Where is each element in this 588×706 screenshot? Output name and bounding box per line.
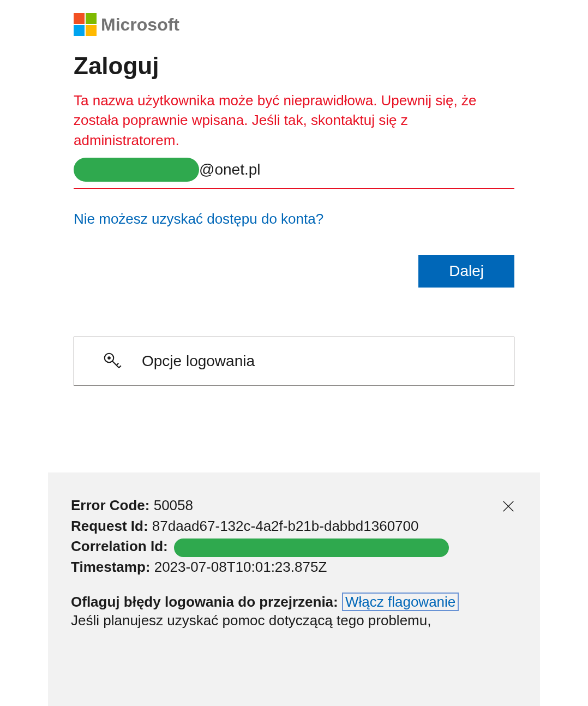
error-code-value: 50058 [154,497,193,513]
microsoft-logo-text: Microsoft [101,15,179,35]
flag-label: Oflaguj błędy logowania do przejrzenia: [71,594,338,610]
redacted-username [74,158,199,182]
redacted-correlation-id [174,539,449,557]
username-input[interactable]: @onet.pl [74,158,514,189]
key-icon [103,351,122,371]
svg-point-1 [108,357,110,359]
error-message: Ta nazwa użytkownika może być nieprawidł… [74,91,514,150]
page-title: Zaloguj [74,52,514,80]
request-id-label: Request Id: [71,518,148,534]
timestamp-value: 2023-07-08T10:01:23.875Z [154,559,327,575]
help-text: Jeśli planujesz uzyskać pomoc dotyczącą … [71,612,517,629]
signin-options-label: Opcje logowania [142,352,255,370]
cant-access-account-link[interactable]: Nie możesz uzyskać dostępu do konta? [74,211,323,228]
error-code-line: Error Code: 50058 [71,495,517,516]
svg-line-4 [119,366,121,368]
request-id-value: 87daad67-132c-4a2f-b21b-dabbd1360700 [152,518,419,534]
next-button[interactable]: Dalej [418,255,514,288]
timestamp-line: Timestamp: 2023-07-08T10:01:23.875Z [71,557,517,578]
request-id-line: Request Id: 87daad67-132c-4a2f-b21b-dabb… [71,516,517,537]
flag-line: Oflaguj błędy logowania do przejrzenia: … [71,592,517,613]
timestamp-label: Timestamp: [71,559,150,575]
correlation-id-label: Correlation Id: [71,538,168,554]
enable-flagging-link[interactable]: Włącz flagowanie [342,593,459,611]
svg-line-3 [117,363,119,366]
microsoft-logo: Microsoft [74,13,514,36]
error-code-label: Error Code: [71,497,149,513]
username-domain: @onet.pl [199,161,261,178]
close-icon[interactable] [501,499,516,516]
correlation-id-line: Correlation Id: [71,536,517,557]
microsoft-logo-icon [74,13,97,36]
signin-options-button[interactable]: Opcje logowania [74,337,514,386]
debug-panel: Error Code: 50058 Request Id: 87daad67-1… [48,472,540,706]
